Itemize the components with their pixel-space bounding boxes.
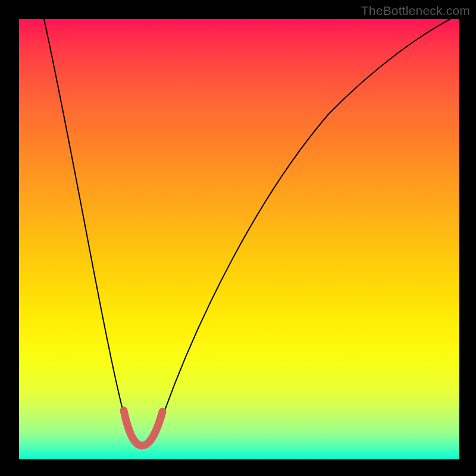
watermark: TheBottleneck.com — [361, 4, 470, 18]
bottleneck-curve — [44, 19, 459, 447]
optimal-highlight — [124, 411, 162, 446]
chart-svg — [19, 19, 459, 459]
chart-plot-area — [19, 19, 459, 459]
